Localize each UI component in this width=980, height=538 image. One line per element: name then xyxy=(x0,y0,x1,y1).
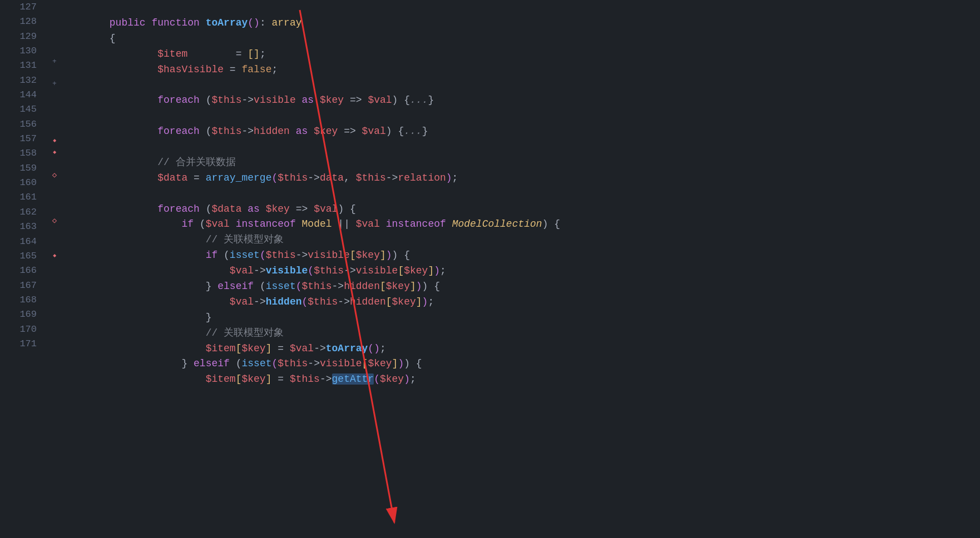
code-line-159 xyxy=(73,171,980,186)
gutter-144 xyxy=(44,67,65,78)
gutter-168 xyxy=(44,227,65,238)
ln-158: 158 xyxy=(0,146,37,161)
ln-131: 131 xyxy=(0,58,37,73)
ln-165: 165 xyxy=(0,249,37,263)
gutter-163[interactable]: ◇ xyxy=(44,170,65,182)
gutter-129 xyxy=(44,22,65,33)
code-line-157: // 合并关联数据 xyxy=(73,140,980,155)
code-line-127: public function toArray(): array xyxy=(73,0,980,16)
gutter-164 xyxy=(44,182,65,193)
ln-157: 157 xyxy=(0,132,37,146)
gutter: + + ⬥ ⬥ ◇ ◇ ⬥ xyxy=(44,0,65,538)
ln-130: 130 xyxy=(0,44,37,58)
code-line-171: $item[$key] = $this->getAttr($key); xyxy=(73,356,980,372)
ln-171: 171 xyxy=(0,337,37,351)
code-line-131 xyxy=(73,62,980,78)
ln-169: 169 xyxy=(0,307,37,322)
ln-161: 161 xyxy=(0,190,37,205)
code-line-166: $val->hidden($this->hidden[$key]); xyxy=(73,279,980,295)
code-content: public function toArray(): array { $item… xyxy=(65,0,980,538)
ln-164: 164 xyxy=(0,235,37,249)
ln-144: 144 xyxy=(0,88,37,102)
ln-129: 129 xyxy=(0,29,37,44)
ln-128: 128 xyxy=(0,14,37,29)
code-line-128: { xyxy=(73,16,980,31)
ln-167: 167 xyxy=(0,278,37,293)
gutter-127 xyxy=(44,0,65,11)
gutter-165 xyxy=(44,193,65,204)
code-line-162: // 关联模型对象 xyxy=(73,217,980,232)
code-line-160: foreach ($data as $key => $val) { xyxy=(73,186,980,202)
gutter-132[interactable]: + xyxy=(44,56,65,67)
gutter-130 xyxy=(44,33,65,44)
code-line-156 xyxy=(73,124,980,140)
code-line-163: if (isset($this->visible[$key])) { xyxy=(73,232,980,248)
ln-170: 170 xyxy=(0,322,37,337)
gutter-131 xyxy=(44,45,65,56)
ln-163: 163 xyxy=(0,220,37,234)
gutter-161[interactable]: ⬥ xyxy=(44,146,65,158)
code-line-168: // 关联模型对象 xyxy=(73,310,980,326)
code-line-130: $hasVisible = false; xyxy=(73,47,980,62)
ln-168: 168 xyxy=(0,293,37,307)
gutter-167[interactable]: ◇ xyxy=(44,215,65,227)
code-line-165: } elseif (isset($this->hidden[$key])) { xyxy=(73,263,980,279)
gutter-158 xyxy=(44,112,65,123)
ln-159: 159 xyxy=(0,161,37,176)
code-line-144 xyxy=(73,93,980,108)
ln-132: 132 xyxy=(0,73,37,88)
code-line-158: $data = array_merge($this->data, $this->… xyxy=(73,155,980,171)
gutter-128 xyxy=(44,11,65,22)
gutter-159 xyxy=(44,123,65,134)
code-line-170: } elseif (isset($this->visible[$key])) { xyxy=(73,341,980,357)
gutter-145[interactable]: + xyxy=(44,78,65,89)
code-editor: 127 128 129 130 131 132 144 145 156 157 … xyxy=(0,0,980,538)
gutter-157 xyxy=(44,101,65,112)
gutter-169 xyxy=(44,238,65,250)
code-line-169: $item[$key] = $val->toArray(); xyxy=(73,326,980,341)
gutter-166 xyxy=(44,204,65,215)
gutter-171 xyxy=(44,262,65,273)
gutter-170[interactable]: ⬥ xyxy=(44,250,65,262)
code-line-129: $item = []; xyxy=(73,31,980,47)
ln-156: 156 xyxy=(0,117,37,132)
ln-127: 127 xyxy=(0,0,37,14)
gutter-162 xyxy=(44,158,65,170)
ln-166: 166 xyxy=(0,263,37,278)
code-line-145: foreach ($this->hidden as $key => $val) … xyxy=(73,108,980,124)
line-numbers: 127 128 129 130 131 132 144 145 156 157 … xyxy=(0,0,44,538)
ln-162: 162 xyxy=(0,205,37,220)
code-line-167: } xyxy=(73,295,980,310)
ln-145: 145 xyxy=(0,102,37,117)
code-line-161: if ($val instanceof Model || $val instan… xyxy=(73,202,980,217)
gutter-156 xyxy=(44,89,65,101)
code-line-132: foreach ($this->visible as $key => $val)… xyxy=(73,77,980,93)
code-line-164: $val->visible($this->visible[$key]); xyxy=(73,248,980,263)
gutter-160[interactable]: ⬥ xyxy=(44,134,65,147)
ln-160: 160 xyxy=(0,176,37,190)
